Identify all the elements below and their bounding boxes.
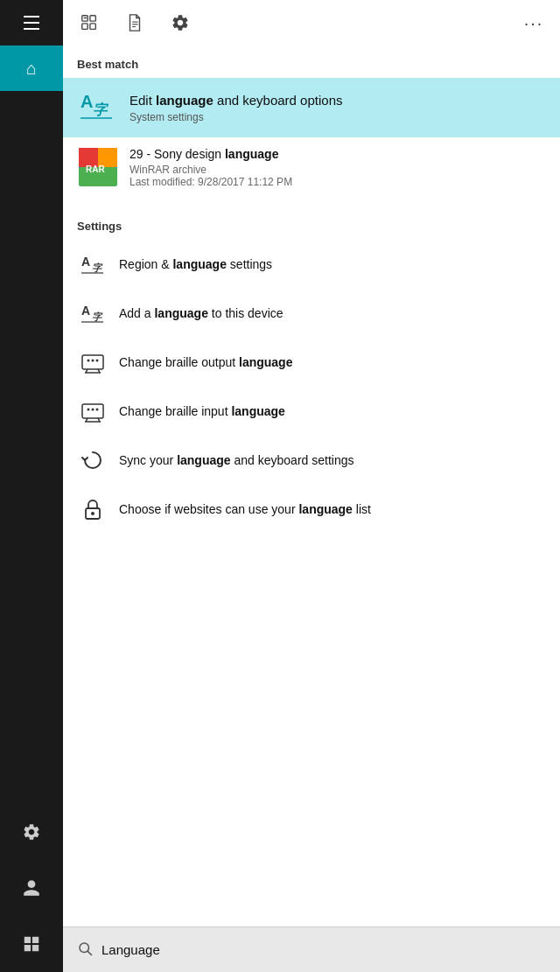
braille-input-icon-svg [80,399,105,423]
svg-point-26 [88,360,90,362]
search-input[interactable] [102,942,546,957]
gear-toolbar-button[interactable] [164,7,196,38]
main-panel: ··· Best match A 字 Edit language and key… [63,0,560,972]
file-match-text: 29 - Sony design language WinRAR archive… [130,146,292,188]
magnifier-icon [77,941,93,956]
settings-item-sync[interactable]: Sync your language and keyboard settings [63,436,560,485]
file-match-archive-type: WinRAR archive [130,164,292,176]
sidebar: ⌂ [0,0,63,972]
settings-item-region-text: Region & language settings [119,257,272,271]
add-language-icon: A 字 [77,297,108,329]
region-icon-svg: A 字 [80,252,105,276]
best-match-label: Best match [63,45,560,78]
gear-icon [22,822,41,842]
svg-text:A: A [81,304,90,318]
add-language-icon-svg: A 字 [80,301,105,325]
winrar-file-icon: RAR [79,148,117,186]
search-icon [77,941,93,960]
reader-toolbar-button[interactable] [74,7,105,38]
document-icon [126,13,144,32]
language-settings-icon: A 字 [77,87,119,129]
svg-text:A: A [81,255,90,269]
windows-icon [22,934,41,954]
toolbar: ··· [63,0,560,45]
sync-icon-svg [80,448,105,472]
settings-item-websites[interactable]: Choose if websites can use your language… [63,485,560,534]
person-icon [22,878,41,898]
sync-icon [77,444,108,476]
home-button[interactable]: ⌂ [0,45,63,91]
reader-icon [80,13,99,32]
svg-point-33 [88,409,90,411]
braille-input-icon [77,395,108,427]
settings-item-add-language[interactable]: A 字 Add a language to this device [63,289,560,338]
braille-output-icon-svg [80,350,105,374]
search-bar [63,927,560,972]
svg-text:字: 字 [92,262,103,273]
settings-item-braille-input-text: Change braille input language [119,404,285,418]
sidebar-top: ⌂ [0,0,63,91]
best-match-subtitle: System settings [130,111,342,123]
settings-item-websites-text: Choose if websites can use your language… [119,502,371,516]
svg-point-28 [96,360,99,362]
file-match-item[interactable]: RAR 29 - Sony design language WinRAR arc… [63,137,560,207]
settings-item-region[interactable]: A 字 Region & language settings [63,240,560,289]
svg-rect-3 [90,24,95,29]
user-sidebar-button[interactable] [0,860,63,916]
winrar-icon: RAR [77,146,119,188]
settings-item-braille-output[interactable]: Change braille output language [63,338,560,387]
svg-point-27 [92,360,94,362]
sidebar-bottom [0,804,63,972]
svg-rect-1 [82,24,88,29]
hamburger-icon [24,16,39,30]
braille-output-icon [77,346,108,378]
more-options-button[interactable]: ··· [518,7,550,38]
hamburger-button[interactable] [0,0,63,45]
results-panel: Best match A 字 Edit language and keyboar… [63,45,560,927]
document-toolbar-button[interactable] [119,7,150,38]
settings-item-sync-text: Sync your language and keyboard settings [119,453,354,467]
svg-rect-22 [82,355,103,369]
file-match-date: Last modified: 9/28/2017 11:12 PM [130,176,292,188]
settings-label: Settings [63,207,560,240]
region-language-icon: A 字 [77,248,108,280]
file-match-title: 29 - Sony design language [130,146,292,164]
best-match-title: Edit language and keyboard options [130,92,342,109]
svg-rect-2 [90,16,95,21]
svg-point-34 [92,409,94,411]
settings-item-braille-input[interactable]: Change braille input language [63,387,560,436]
lock-icon [77,493,108,525]
svg-text:A: A [80,92,93,111]
svg-point-35 [96,409,99,411]
settings-item-add-language-text: Add a language to this device [119,306,284,320]
settings-icon [171,13,190,32]
ellipsis-icon: ··· [524,13,544,33]
lang-keyboard-icon: A 字 [79,88,117,127]
svg-line-39 [88,951,91,955]
svg-point-37 [91,512,94,515]
svg-text:字: 字 [93,101,109,117]
svg-text:字: 字 [92,311,103,322]
settings-item-braille-output-text: Change braille output language [119,355,292,369]
svg-rect-29 [82,404,103,418]
start-button[interactable] [0,916,63,972]
home-icon: ⌂ [26,59,37,79]
lock-icon-svg [80,497,105,521]
best-match-item[interactable]: A 字 Edit language and keyboard options S… [63,78,560,137]
best-match-text: Edit language and keyboard options Syste… [130,92,342,123]
settings-sidebar-button[interactable] [0,804,63,860]
svg-text:RAR: RAR [86,164,105,174]
